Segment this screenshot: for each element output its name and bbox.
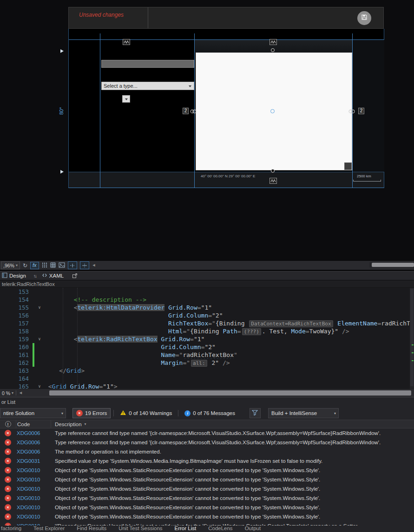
- line-number[interactable]: 155: [0, 304, 33, 311]
- resize-grip[interactable]: [344, 162, 352, 170]
- error-row[interactable]: ×XDG0010Object of type 'System.Windows.S…: [0, 484, 414, 493]
- error-description[interactable]: Object of type 'System.Windows.StaticRes…: [51, 493, 414, 503]
- code-line[interactable]: 158 Html="{Binding Path=(???). Test, Mod…: [0, 327, 414, 335]
- error-code[interactable]: XDG0010: [16, 475, 51, 484]
- panel-tab-unit-test-sessions[interactable]: Unit Test Sessions: [118, 526, 162, 532]
- type-combobox[interactable]: Select a type...: [101, 82, 194, 90]
- severity-column-header[interactable]: !: [0, 421, 16, 427]
- document-outline-path[interactable]: telerik:RadRichTextBox: [0, 280, 414, 288]
- code-line[interactable]: 162 Margin="all: 2" />: [0, 359, 414, 367]
- tab-xaml[interactable]: XAML: [42, 272, 64, 279]
- code-line[interactable]: 159∨ <telerik:RadRichTextBox Grid.Row="1…: [0, 335, 414, 343]
- snaplines-toggle[interactable]: [80, 261, 89, 269]
- error-code[interactable]: XDG0006: [16, 447, 51, 456]
- margin-chain-right-icon[interactable]: [348, 108, 355, 113]
- image-icon[interactable]: [59, 261, 65, 270]
- save-button[interactable]: [357, 11, 371, 25]
- line-number[interactable]: 156: [0, 311, 33, 319]
- pixel-grid-icon[interactable]: [42, 261, 47, 270]
- editor-vscrollbar[interactable]: [410, 288, 414, 389]
- error-code[interactable]: XDG0006: [16, 428, 51, 438]
- zoom-select[interactable]: ,96% ▾: [1, 261, 20, 269]
- panel-tab-error-list[interactable]: Error List: [175, 526, 197, 532]
- description-column-header[interactable]: Description ▾: [51, 422, 414, 427]
- code-line[interactable]: 153: [0, 288, 414, 296]
- messages-filter-button[interactable]: i 0 of 76 Messages: [181, 408, 238, 418]
- collapse-left-icon[interactable]: ◄: [92, 263, 96, 267]
- code-line[interactable]: 157 RichTextBox="{Binding DataContext=Ra…: [0, 319, 414, 327]
- panel-tab-codelens[interactable]: CodeLens: [208, 526, 232, 532]
- scope-dropdown[interactable]: ntire Solution ▾: [0, 408, 66, 418]
- scroll-left-icon[interactable]: ◄: [19, 391, 23, 395]
- effects-toggle[interactable]: fx: [30, 262, 39, 269]
- error-row[interactable]: ×XDG0010Object of type 'System.Windows.S…: [0, 493, 414, 503]
- resize-handle-bottom[interactable]: [271, 169, 275, 173]
- filter-button[interactable]: [250, 408, 261, 418]
- grid-line[interactable]: [69, 172, 384, 172]
- error-row[interactable]: ×XDG0010Object of type 'System.Windows.S…: [0, 475, 414, 484]
- error-description[interactable]: Object of type 'System.Windows.StaticRes…: [51, 475, 414, 484]
- grid-line[interactable]: [100, 33, 100, 188]
- scrollbar-thumb[interactable]: [410, 289, 414, 386]
- error-code[interactable]: XDG0010: [16, 503, 51, 512]
- fold-toggle-icon[interactable]: ∨: [34, 335, 45, 343]
- popout-icon[interactable]: [72, 273, 78, 279]
- editor-hscrollbar[interactable]: [49, 390, 411, 396]
- error-row[interactable]: ×XDG0010Object of type 'System.Windows.S…: [0, 503, 414, 512]
- line-number[interactable]: 159: [0, 335, 33, 343]
- line-number[interactable]: 160: [0, 343, 33, 351]
- fold-toggle-icon[interactable]: ∨: [34, 304, 45, 311]
- error-description[interactable]: Type reference cannot find type named '{…: [51, 428, 414, 438]
- designer-hscrollbar[interactable]: [369, 262, 414, 267]
- error-description[interactable]: Object of type 'System.Windows.StaticRes…: [51, 484, 414, 493]
- breadcrumb[interactable]: telerik:RadRichTextBox: [2, 281, 55, 287]
- refresh-icon[interactable]: ↻: [23, 263, 27, 268]
- grid-row-size-label[interactable]: 80*: [59, 107, 64, 115]
- error-description[interactable]: Object of type 'System.Windows.StaticRes…: [51, 512, 414, 521]
- error-row[interactable]: ×XDG0006Type reference cannot find type …: [0, 438, 414, 447]
- textbox-control[interactable]: [101, 60, 194, 68]
- editor-zoom-select[interactable]: 0 % ▾: [2, 390, 13, 396]
- error-code[interactable]: XDG0031: [16, 456, 51, 466]
- code-line[interactable]: 164: [0, 375, 414, 383]
- warnings-filter-button[interactable]: 0 of 140 Warnings: [117, 408, 175, 418]
- errors-filter-button[interactable]: × 19 Errors: [72, 408, 111, 418]
- code-line[interactable]: 155∨ <telerik:HtmlDataProvider Grid.Row=…: [0, 304, 414, 311]
- source-dropdown[interactable]: Build + IntelliSense ▾: [268, 408, 339, 418]
- margin-left-value[interactable]: 2: [183, 108, 189, 114]
- tab-design[interactable]: Design: [2, 272, 26, 279]
- error-code[interactable]: XDG0010: [16, 512, 51, 521]
- grid-icon[interactable]: [50, 261, 56, 270]
- code-line[interactable]: 156 Grid.Column="2": [0, 311, 414, 319]
- line-number[interactable]: 161: [0, 351, 33, 359]
- code-column-header[interactable]: Code: [16, 420, 51, 428]
- error-description[interactable]: Object of type 'System.Windows.StaticRes…: [51, 503, 414, 512]
- code-line[interactable]: 160 Grid.Column="2": [0, 343, 414, 351]
- error-code[interactable]: XDG0010: [16, 484, 51, 493]
- anchor-icon[interactable]: [123, 39, 130, 45]
- xaml-code-editor[interactable]: 153154 <!-- description -->155∨ <telerik…: [0, 288, 414, 389]
- error-row[interactable]: ×XDG0010Object of type 'System.Windows.S…: [0, 466, 414, 475]
- grid-line[interactable]: [69, 39, 384, 40]
- margin-chain-left-icon[interactable]: [190, 108, 197, 113]
- error-code[interactable]: XDG0010: [16, 466, 51, 475]
- error-description[interactable]: Type reference cannot find type named '{…: [51, 438, 414, 447]
- line-number[interactable]: 158: [0, 327, 33, 335]
- line-number[interactable]: 154: [0, 296, 33, 304]
- error-row[interactable]: ×XDG0006The method or operation is not i…: [0, 447, 414, 456]
- error-description[interactable]: Object of type 'System.Windows.StaticRes…: [51, 466, 414, 475]
- fold-toggle-icon[interactable]: ∨: [34, 383, 45, 389]
- margin-right-value[interactable]: 2: [358, 108, 364, 114]
- panel-tab-find-results[interactable]: Find Results: [77, 526, 106, 532]
- error-code[interactable]: XDG0006: [16, 438, 51, 447]
- margin-anchor-bottom-icon[interactable]: [269, 178, 277, 184]
- resize-handle-top[interactable]: [271, 48, 275, 52]
- panel-tab-factoring[interactable]: factoring: [1, 526, 21, 532]
- code-line[interactable]: 163 </Grid>: [0, 367, 414, 375]
- line-number[interactable]: 157: [0, 319, 33, 327]
- dropdown-button[interactable]: [122, 95, 130, 103]
- center-handle[interactable]: [270, 109, 275, 113]
- error-description[interactable]: The method or operation is not implement…: [51, 447, 414, 456]
- code-line[interactable]: 154 <!-- description -->: [0, 296, 414, 304]
- swap-panes-icon[interactable]: ↑↓: [33, 273, 36, 279]
